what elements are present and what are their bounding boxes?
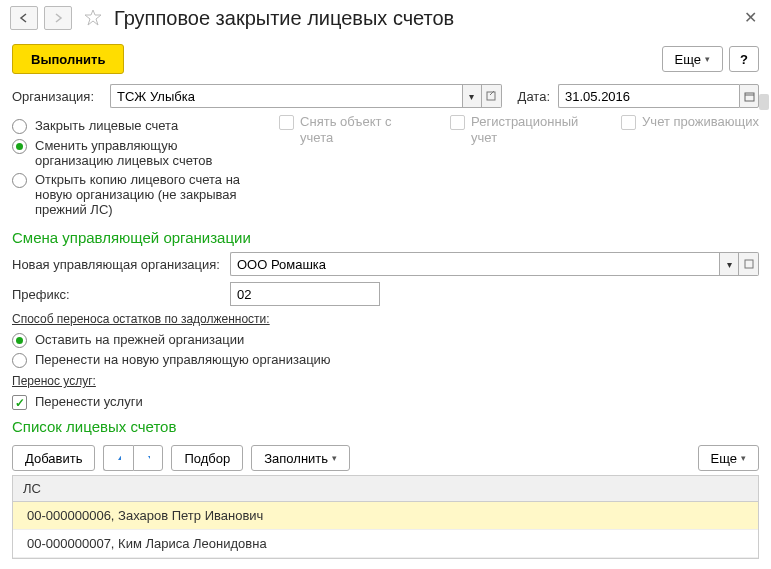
debt-move-label: Перенести на новую управляющую организац… bbox=[35, 352, 331, 367]
prefix-input[interactable] bbox=[230, 282, 380, 306]
date-picker-button[interactable] bbox=[739, 84, 759, 108]
page-title: Групповое закрытие лицевых счетов bbox=[114, 7, 454, 30]
debt-keep-radio[interactable] bbox=[12, 333, 27, 348]
organization-open-button[interactable] bbox=[482, 84, 502, 108]
open-icon bbox=[486, 91, 496, 101]
services-transfer-header: Перенос услуг: bbox=[12, 374, 759, 388]
organization-input[interactable] bbox=[110, 84, 462, 108]
date-label: Дата: bbox=[518, 89, 550, 104]
arrow-down-icon bbox=[146, 452, 150, 464]
reg-accounting-checkbox bbox=[450, 115, 465, 130]
change-section-title: Смена управляющей организации bbox=[0, 229, 771, 246]
table-header-account[interactable]: ЛС bbox=[13, 476, 758, 502]
close-button[interactable]: ✕ bbox=[744, 8, 757, 27]
table-row[interactable]: 00-000000006, Захаров Петр Иванович bbox=[13, 502, 758, 530]
accounts-table: ЛС 00-000000006, Захаров Петр Иванович 0… bbox=[12, 475, 759, 559]
date-input[interactable] bbox=[558, 84, 739, 108]
svg-rect-1 bbox=[745, 93, 754, 101]
open-icon bbox=[744, 259, 754, 269]
nav-forward-button[interactable] bbox=[44, 6, 72, 30]
new-org-input[interactable] bbox=[230, 252, 719, 276]
mode-copy-label: Открыть копию лицевого счета на новую ор… bbox=[35, 172, 249, 217]
nav-back-button[interactable] bbox=[10, 6, 38, 30]
prefix-label: Префикс: bbox=[12, 287, 222, 302]
vertical-scrollbar[interactable] bbox=[759, 94, 769, 110]
execute-button[interactable]: Выполнить bbox=[12, 44, 124, 74]
living-accounting-checkbox bbox=[621, 115, 636, 130]
debt-move-radio[interactable] bbox=[12, 353, 27, 368]
fill-button[interactable]: Заполнить bbox=[251, 445, 350, 471]
new-org-dropdown-button[interactable]: ▾ bbox=[719, 252, 739, 276]
move-down-button[interactable] bbox=[133, 445, 163, 471]
organization-dropdown-button[interactable]: ▾ bbox=[462, 84, 482, 108]
calendar-icon bbox=[744, 91, 755, 102]
more-button[interactable]: Еще bbox=[662, 46, 723, 72]
mode-close-radio[interactable] bbox=[12, 119, 27, 134]
arrow-left-icon bbox=[19, 13, 29, 23]
debt-transfer-header: Способ переноса остатков по задолженност… bbox=[12, 312, 759, 326]
remove-object-label: Снять объект с учета bbox=[300, 114, 420, 145]
arrow-right-icon bbox=[53, 13, 63, 23]
mode-close-label: Закрыть лицевые счета bbox=[35, 118, 178, 133]
arrow-up-icon bbox=[116, 452, 121, 464]
pick-button[interactable]: Подбор bbox=[171, 445, 243, 471]
add-button[interactable]: Добавить bbox=[12, 445, 95, 471]
reg-accounting-label: Регистрационный учет bbox=[471, 114, 591, 145]
organization-label: Организация: bbox=[12, 89, 102, 104]
services-transfer-checkbox[interactable] bbox=[12, 395, 27, 410]
help-button[interactable]: ? bbox=[729, 46, 759, 72]
new-org-open-button[interactable] bbox=[739, 252, 759, 276]
services-transfer-label: Перенести услуги bbox=[35, 394, 143, 409]
mode-copy-radio[interactable] bbox=[12, 173, 27, 188]
move-up-button[interactable] bbox=[103, 445, 133, 471]
new-org-label: Новая управляющая организация: bbox=[12, 257, 222, 272]
living-accounting-label: Учет проживающих bbox=[642, 114, 759, 130]
remove-object-checkbox bbox=[279, 115, 294, 130]
svg-rect-3 bbox=[745, 260, 753, 268]
table-row[interactable]: 00-000000007, Ким Лариса Леонидовна bbox=[13, 530, 758, 558]
mode-change-radio[interactable] bbox=[12, 139, 27, 154]
svg-rect-0 bbox=[487, 92, 495, 100]
favorite-star-icon[interactable] bbox=[82, 7, 104, 29]
debt-keep-label: Оставить на прежней организации bbox=[35, 332, 244, 347]
list-more-button[interactable]: Еще bbox=[698, 445, 759, 471]
mode-change-label: Сменить управляющую организацию лицевых … bbox=[35, 138, 249, 168]
list-section-title: Список лицевых счетов bbox=[0, 418, 771, 435]
